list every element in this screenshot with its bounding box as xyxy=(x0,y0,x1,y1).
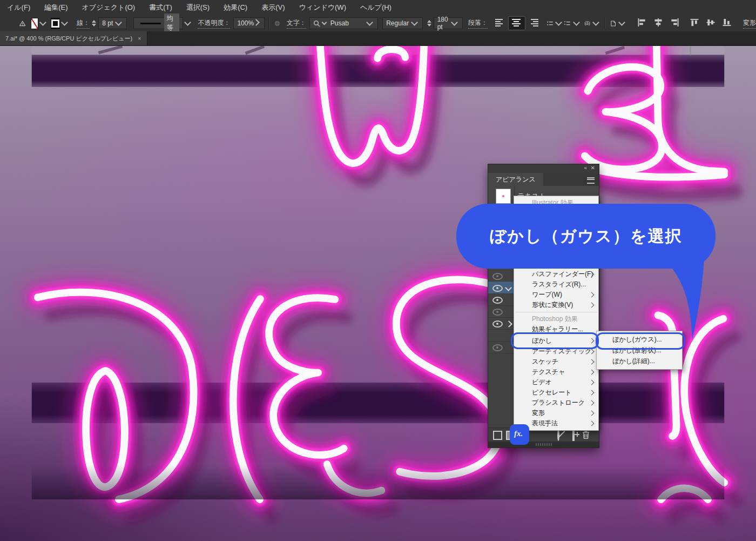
transform-link[interactable]: 変形 xyxy=(743,18,756,29)
add-stroke-icon[interactable] xyxy=(493,431,502,440)
stroke-swatch[interactable] xyxy=(51,18,60,29)
artboard-canvas[interactable] xyxy=(0,45,756,541)
menu-item-texture[interactable]: テクスチャ xyxy=(514,367,598,377)
appearance-row[interactable] xyxy=(488,270,514,282)
menu-help[interactable]: ヘルプ(H) xyxy=(353,0,399,15)
menu-item-photoshop-effects: Photoshop 効果 xyxy=(514,314,598,324)
search-mode-dropdown-icon[interactable] xyxy=(321,20,327,25)
align-objects-vcenter-button[interactable] xyxy=(703,17,719,30)
appearance-row[interactable] xyxy=(488,305,514,318)
control-bar: 線： 8 pt 均等 不透明度： 100% 文字： Pusab Regular … xyxy=(0,15,756,32)
warp-dropdown-icon[interactable] xyxy=(592,19,599,26)
callout-bubble: ぼかし（ガウス）を選択 xyxy=(456,204,716,269)
visibility-eye-icon[interactable] xyxy=(492,320,503,328)
menu-item-rasterize[interactable]: ラスタライズ(R)... xyxy=(514,279,598,290)
menu-item-blur[interactable]: ぼかし xyxy=(514,335,598,346)
panel-scrollbar[interactable] xyxy=(488,442,599,448)
stroke-label[interactable]: 線： xyxy=(77,18,90,29)
align-objects-right-button[interactable] xyxy=(666,17,683,30)
stroke-dropdown-icon[interactable] xyxy=(61,19,68,26)
font-dropdown-icon[interactable] xyxy=(366,19,373,26)
menu-bar: イル(F) 編集(E) オブジェクト(O) 書式(T) 選択(S) 効果(C) … xyxy=(0,0,756,16)
visibility-eye-icon[interactable] xyxy=(492,344,503,351)
menu-item-video[interactable]: ビデオ xyxy=(514,377,598,388)
collapse-panel-icon[interactable]: « xyxy=(584,165,587,171)
visibility-eye-icon[interactable] xyxy=(492,309,503,316)
close-panel-icon[interactable]: ✕ xyxy=(591,165,595,171)
menu-item-convert-to-shape[interactable]: 形状に変換(V) xyxy=(514,300,598,310)
panel-menu-icon[interactable] xyxy=(587,177,595,184)
stroke-profile-field[interactable]: 均等 xyxy=(133,17,183,29)
numbered-list-dropdown-icon[interactable] xyxy=(573,19,580,26)
align-center-button[interactable] xyxy=(508,16,525,30)
appearance-row[interactable] xyxy=(488,293,514,306)
fill-swatch-none[interactable] xyxy=(31,18,38,29)
menu-effect[interactable]: 効果(C) xyxy=(217,0,254,15)
font-style-dropdown-icon[interactable] xyxy=(411,19,418,26)
stroke-profile-dropdown-icon[interactable] xyxy=(185,19,192,26)
numbered-list-icon[interactable] xyxy=(564,19,570,28)
align-right-button[interactable] xyxy=(525,17,542,30)
highlight-fx-button[interactable]: fx. xyxy=(510,424,529,445)
menu-window[interactable]: ウィンドウ(W) xyxy=(292,0,353,15)
font-style-field[interactable]: Regular xyxy=(382,17,422,29)
stroke-size-stepper[interactable] xyxy=(92,20,96,26)
visibility-eye-icon[interactable] xyxy=(492,273,503,280)
fill-dropdown-icon[interactable] xyxy=(39,19,46,26)
opacity-flyout-icon[interactable] xyxy=(253,19,260,26)
tab-close-icon[interactable]: × xyxy=(138,35,141,42)
appearance-row[interactable] xyxy=(488,317,514,330)
menu-select[interactable]: 選択(S) xyxy=(179,0,217,15)
menu-item-artistic[interactable]: アーティスティック xyxy=(514,346,598,357)
menu-file[interactable]: イル(F) xyxy=(0,0,37,15)
opacity-label[interactable]: 不透明度： xyxy=(198,18,230,29)
menu-item-distort[interactable]: 変形 xyxy=(514,408,598,418)
visibility-eye-icon[interactable] xyxy=(492,285,503,292)
document-tab[interactable]: 7.ai* @ 400 % (RGB/CPU ピクセルプレビュー) × xyxy=(0,31,147,45)
chevron-down-icon[interactable] xyxy=(505,284,512,291)
align-left-button[interactable] xyxy=(492,17,508,30)
duplicate-item-icon[interactable] xyxy=(572,430,575,441)
scroll-grip[interactable] xyxy=(536,443,553,446)
clear-appearance-icon[interactable] xyxy=(557,430,559,441)
menu-object[interactable]: オブジェクト(O) xyxy=(75,0,143,15)
appearance-row[interactable] xyxy=(488,341,514,353)
document-setup-icon[interactable] xyxy=(610,19,616,28)
stroke-size-dropdown-icon[interactable] xyxy=(116,19,123,26)
bullet-list-icon[interactable] xyxy=(547,19,553,28)
document-tab-bar: 7.ai* @ 400 % (RGB/CPU ピクセルプレビュー) × xyxy=(0,31,756,46)
menu-item-brush-strokes[interactable]: ブラシストローク xyxy=(514,398,598,408)
trash-icon[interactable] xyxy=(582,431,590,439)
font-size-field[interactable]: 180 pt xyxy=(434,17,463,29)
font-size-dropdown-icon[interactable] xyxy=(451,19,458,26)
menu-item-pathfinder[interactable]: パスファインダー(F) xyxy=(514,269,598,279)
align-objects-top-button[interactable] xyxy=(687,17,703,30)
align-objects-hcenter-button[interactable] xyxy=(650,17,666,30)
align-objects-bottom-button[interactable] xyxy=(719,17,735,30)
opacity-field[interactable]: 100% xyxy=(233,17,265,29)
paragraph-label[interactable]: 段落： xyxy=(468,18,488,29)
menu-edit[interactable]: 編集(E) xyxy=(37,0,75,15)
menu-item-pixelate[interactable]: ピクセレート xyxy=(514,388,598,398)
bullet-list-dropdown-icon[interactable] xyxy=(555,19,562,26)
menu-type[interactable]: 書式(T) xyxy=(142,0,179,15)
menu-view[interactable]: 表示(V) xyxy=(254,0,292,15)
appearance-row[interactable] xyxy=(488,329,514,342)
submenu-arrow-icon xyxy=(589,292,595,298)
menu-item-radial-blur[interactable]: ぼかし(放射状)... xyxy=(597,345,682,356)
menu-item-effect-gallery[interactable]: 効果ギャラリー... xyxy=(514,324,598,335)
stroke-size-field[interactable]: 8 pt xyxy=(98,17,127,29)
character-label[interactable]: 文字： xyxy=(287,18,306,29)
appearance-row-selected[interactable] xyxy=(488,282,514,294)
menu-item-smart-blur[interactable]: ぼかし(詳細)... xyxy=(597,356,682,366)
envelope-warp-icon[interactable] xyxy=(584,19,590,28)
tab-appearance[interactable]: アピアランス xyxy=(488,173,543,186)
chevron-right-icon[interactable] xyxy=(505,320,512,328)
menu-item-warp[interactable]: ワープ(W) xyxy=(514,290,598,300)
document-setup-dropdown-icon[interactable] xyxy=(618,19,625,26)
menu-item-sketch[interactable]: スケッチ xyxy=(514,357,598,367)
font-size-stepper[interactable] xyxy=(427,20,431,26)
align-objects-left-button[interactable] xyxy=(634,17,650,30)
font-search-field[interactable]: Pusab xyxy=(309,17,378,29)
visibility-eye-icon[interactable] xyxy=(492,297,503,304)
